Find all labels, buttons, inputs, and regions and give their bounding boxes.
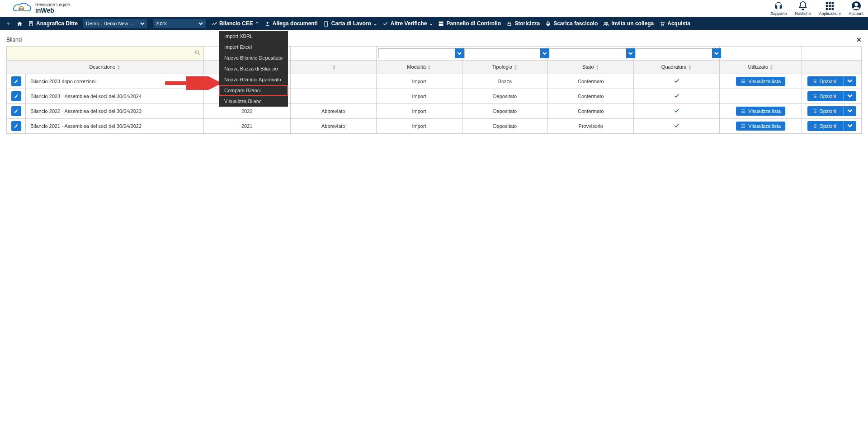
dashboard-icon — [438, 21, 444, 27]
brand-logo: GB Revisione Legale inWeb — [10, 2, 70, 15]
allega-button[interactable]: Allega documenti — [264, 20, 318, 27]
edit-button[interactable] — [11, 106, 21, 116]
opzioni-button[interactable]: Opzioni — [807, 121, 856, 131]
edit-cell — [7, 104, 26, 119]
cell-quadratura — [634, 89, 720, 104]
sort-icon: ▲▼ — [117, 65, 121, 70]
svg-rect-14 — [29, 21, 33, 26]
cell-utilizzato: Visualizza lista — [720, 119, 802, 134]
bilancio-cee-menu[interactable]: Bilancio CEE ⌃ — [211, 20, 259, 27]
check-icon — [673, 124, 680, 130]
question-icon: ? — [5, 21, 11, 27]
cell-modalita: Import — [376, 89, 462, 104]
anagrafica-button[interactable]: Anagrafica Ditte — [28, 20, 78, 27]
year-select[interactable]: 2023 — [153, 19, 206, 28]
dropdown-item[interactable]: Nuova Bozza di Bilancio — [219, 63, 288, 74]
cell-opzioni: Opzioni — [802, 119, 862, 134]
svg-rect-4 — [832, 2, 834, 5]
altre-verifiche-menu[interactable]: Altre Verifiche ⌄ — [382, 20, 433, 27]
home-button[interactable] — [17, 21, 23, 27]
edit-button[interactable] — [11, 76, 21, 86]
visualizza-lista-button[interactable]: Visualizza lista — [736, 122, 785, 131]
storicizza-button[interactable]: Storicizza — [506, 20, 540, 27]
supporto-button[interactable]: Supporto — [770, 1, 787, 16]
filter-cell — [802, 47, 862, 61]
col-stato[interactable]: Stato▲▼ — [548, 61, 634, 74]
svg-rect-3 — [829, 2, 831, 5]
cell-utilizzato: Visualizza lista — [720, 104, 802, 119]
bilancio-dropdown: Import XBRLImport ExcelNuovo Bilancio De… — [219, 31, 288, 107]
scarica-button[interactable]: Scarica fascicolo — [545, 20, 598, 27]
cell-descrizione: Bilancio 2023 - Assemblea dei soci del 3… — [26, 89, 203, 104]
help-button[interactable]: ? — [5, 21, 11, 27]
edit-cell — [7, 74, 26, 89]
cell-stato: Confermato — [548, 74, 634, 89]
cart-icon — [659, 21, 665, 27]
notifiche-button[interactable]: Notifiche — [795, 1, 811, 16]
dropdown-item[interactable]: Import Excel — [219, 42, 288, 52]
acquista-button[interactable]: Acquista — [659, 20, 690, 27]
chevron-down-icon — [843, 91, 856, 101]
dropdown-item[interactable]: Import XBRL — [219, 31, 288, 42]
cell-opzioni: Opzioni — [802, 74, 862, 89]
chevron-down-icon — [137, 19, 147, 28]
filter-cell — [290, 47, 376, 61]
close-button[interactable]: ✕ — [856, 36, 862, 43]
account-button[interactable]: Account — [849, 1, 863, 16]
filter-tipologia[interactable] — [462, 47, 548, 61]
filter-modalita[interactable] — [376, 47, 462, 61]
edit-button[interactable] — [11, 91, 21, 101]
company-select[interactable]: Demo - Demo Newsletter S — [83, 19, 147, 28]
svg-rect-7 — [832, 5, 834, 7]
dropdown-item[interactable]: Nuovo Bilancio Depositato — [219, 52, 288, 63]
cell-tipologia: Depositato — [462, 104, 548, 119]
filter-stato[interactable] — [548, 47, 634, 61]
content-panel: Bilanci ✕ Descrizione▲▼ Anno Bilancio▲▼ … — [0, 30, 868, 138]
opzioni-button[interactable]: Opzioni — [807, 106, 856, 116]
headphones-icon — [774, 1, 783, 11]
col-quadratura[interactable]: Quadratura▲▼ — [634, 61, 720, 74]
invita-button[interactable]: Invita un collega — [603, 20, 654, 27]
dropdown-item[interactable]: Compara Bilanci — [219, 85, 288, 96]
dropdown-item[interactable]: Nuovo Bilancio Approvato — [219, 74, 288, 85]
filter-cell — [720, 47, 802, 61]
dropdown-item[interactable]: Visualizza Bilanci — [219, 96, 288, 107]
col-tipologia[interactable]: Tipologia▲▼ — [462, 61, 548, 74]
visualizza-lista-button[interactable]: Visualizza lista — [736, 77, 785, 86]
col-descrizione[interactable]: Descrizione▲▼ — [7, 61, 204, 74]
document-icon — [323, 21, 329, 27]
cell-opzioni: Opzioni — [802, 104, 862, 119]
carta-lavoro-menu[interactable]: Carta di Lavoro ⌄ — [323, 20, 377, 27]
chart-icon — [211, 21, 217, 27]
cell-tipo: Abbreviato — [290, 119, 376, 134]
check-icon — [673, 80, 680, 85]
col-modalita[interactable]: Modalità▲▼ — [376, 61, 462, 74]
edit-button[interactable] — [11, 121, 21, 131]
table-row: Bilancio 2022 - Assemblea dei soci del 3… — [7, 104, 862, 119]
pannello-button[interactable]: Pannello di Controllo — [438, 20, 501, 27]
opzioni-button[interactable]: Opzioni — [807, 76, 856, 86]
chevron-down-icon — [843, 76, 856, 86]
svg-rect-16 — [31, 22, 32, 23]
header-row: Descrizione▲▼ Anno Bilancio▲▼ ▲▼ Modalit… — [7, 61, 862, 74]
visualizza-lista-button[interactable]: Visualizza lista — [736, 107, 785, 116]
chevron-down-icon — [712, 48, 721, 58]
annotation-arrow — [163, 76, 222, 90]
sort-icon: ▲▼ — [688, 65, 692, 70]
upload-icon — [264, 21, 270, 27]
sort-icon: ▲▼ — [769, 65, 774, 70]
chevron-down-icon: ⌄ — [373, 21, 377, 26]
filter-quadratura[interactable] — [634, 47, 720, 61]
svg-rect-5 — [826, 5, 828, 7]
col-tipo[interactable]: ▲▼ — [290, 61, 376, 74]
opzioni-button[interactable]: Opzioni — [807, 91, 856, 101]
applicazioni-button[interactable]: Applicazioni — [819, 1, 840, 16]
cell-utilizzato — [720, 89, 802, 104]
search-filter[interactable] — [7, 47, 204, 61]
panel-title: Bilanci — [6, 37, 22, 43]
cell-anno: 2021 — [203, 119, 290, 134]
svg-text:GB: GB — [19, 7, 24, 10]
col-utilizzato[interactable]: Utilizzato▲▼ — [720, 61, 802, 74]
svg-rect-18 — [31, 23, 32, 23]
svg-rect-10 — [832, 8, 834, 10]
